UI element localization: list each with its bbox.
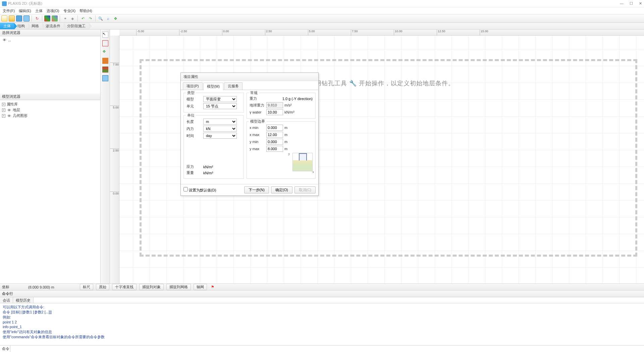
materials2-icon[interactable]	[52, 15, 58, 21]
command-output: 可以用以下方式调用命令: 命令 [目标] [参数1 [参数2 [...]]] 例…	[0, 303, 644, 345]
drawing-toolbar: ↖ ✥	[101, 30, 110, 283]
cmd-tab-history[interactable]: 模型历史	[13, 297, 34, 303]
gamma-water-input[interactable]	[266, 109, 283, 115]
undo-icon[interactable]: ↶	[80, 15, 86, 21]
btn-snap-obj[interactable]: 捕捉到对象	[139, 284, 164, 290]
model-explorer-title: 模型浏览器	[0, 93, 100, 100]
tab-flow[interactable]: 渗流条件	[42, 23, 64, 29]
btn-ruler[interactable]: 标尺	[80, 284, 93, 290]
flag-icon[interactable]: ⚑	[211, 285, 214, 289]
cmd-tab-session[interactable]: 会话	[0, 297, 13, 303]
time-select[interactable]: day	[203, 133, 237, 139]
table-icon[interactable]	[102, 75, 108, 81]
boundary-preview	[292, 153, 313, 171]
element-select[interactable]: 15 节点	[203, 103, 237, 109]
command-panel-title: 命令行	[0, 291, 644, 297]
move-icon[interactable]: ✥	[102, 49, 108, 55]
menubar: 文件(F) 编辑(E) 土体 选项(O) 专业(X) 帮助(H)	[0, 7, 644, 14]
app-icon	[2, 1, 7, 6]
tree-item-attributes[interactable]: +属性库	[2, 101, 98, 107]
tab-staged[interactable]: 分阶段施工	[64, 23, 89, 29]
dlg-tab-project[interactable]: 项目(P)	[183, 82, 203, 90]
menu-expert[interactable]: 专业(X)	[63, 8, 76, 13]
ok-button[interactable]: 确定(O)	[271, 186, 292, 193]
set-default-checkbox[interactable]: 设置为默认值(D)	[183, 187, 216, 193]
open-icon[interactable]	[9, 15, 15, 21]
length-select[interactable]: m	[203, 119, 237, 125]
save-icon[interactable]	[16, 15, 22, 21]
btn-crosshair[interactable]: 十字准直线	[112, 284, 137, 290]
layer-icon[interactable]	[102, 67, 108, 73]
ymax-input[interactable]	[266, 146, 283, 152]
save-as-icon[interactable]	[23, 15, 30, 21]
menu-options[interactable]: 选项(O)	[47, 8, 59, 13]
menu-file[interactable]: 文件(F)	[3, 8, 15, 13]
selection-item[interactable]: 👁 ...	[2, 38, 98, 42]
next-button[interactable]: 下一步(N)	[244, 186, 269, 193]
earth-gravity-input	[266, 102, 283, 108]
model-select[interactable]: 平面应变	[203, 96, 237, 102]
tag-icon[interactable]: ◈	[69, 15, 75, 21]
menu-edit[interactable]: 编辑(E)	[19, 8, 31, 13]
coord-label: 坐标	[2, 284, 9, 290]
new-icon[interactable]	[1, 15, 7, 21]
ruler-vertical: 7.50 5.00 2.50 0.00	[110, 36, 119, 283]
btn-snap-grid[interactable]: 捕捉到网格	[166, 284, 191, 290]
mode-tabs: 土体 结构 网格 渗流条件 分阶段施工	[0, 23, 644, 30]
command-input[interactable]	[10, 346, 644, 352]
menu-help[interactable]: 帮助(H)	[79, 8, 92, 13]
statusbar: 坐标 (8.000 9.000) m 标尺 原始 十字准直线 捕捉到对象 捕捉到…	[0, 283, 644, 290]
tree-item-stratigraphy[interactable]: +👁地层	[2, 107, 98, 113]
btn-original[interactable]: 原始	[96, 284, 109, 290]
xmax-input[interactable]	[266, 132, 283, 138]
visibility-icon[interactable]: 👁	[2, 38, 7, 42]
redo-icon[interactable]: ↷	[87, 15, 93, 21]
refresh-icon[interactable]: ↻	[34, 15, 40, 21]
rect-select-icon[interactable]	[102, 40, 108, 46]
xmin-input[interactable]	[266, 125, 283, 131]
window-title: PLAXIS 2D: (无标题)	[8, 1, 42, 6]
minimize-button[interactable]: —	[620, 1, 624, 6]
command-input-label: 命令	[0, 346, 10, 351]
close-button[interactable]: ✕	[639, 1, 642, 6]
menu-soil[interactable]: 土体	[35, 8, 43, 13]
btn-grid[interactable]: 轴网	[194, 284, 207, 290]
zoom-fit-icon[interactable]: ⌕	[105, 15, 111, 21]
main-toolbar: ↻ ⚭ ◈ ↶ ↷ 🔍 ⌕ ✥	[0, 14, 644, 23]
cancel-button[interactable]: 取消(C)	[294, 186, 316, 193]
pan-icon[interactable]: ✥	[112, 15, 118, 21]
ruler-horizontal: -5.00 -2.50 0.00 2.50 5.00 7.50 10.00 12…	[119, 30, 644, 36]
ymin-input[interactable]	[266, 139, 283, 145]
coord-value: (8.000 9.000) m	[28, 285, 54, 289]
dialog-title: 项目属性	[181, 73, 318, 81]
titlebar: PLAXIS 2D: (无标题) — ☐ ✕	[0, 0, 644, 7]
tree-item-geometry[interactable]: +👁几何图形	[2, 113, 98, 119]
tab-soil[interactable]: 土体	[0, 23, 14, 29]
dlg-tab-model[interactable]: 模型(M)	[203, 83, 224, 90]
borehole-icon[interactable]	[102, 58, 108, 64]
dlg-tab-cloud[interactable]: 云服务	[224, 82, 243, 90]
select-icon[interactable]: ↖	[102, 32, 108, 38]
zoom-in-icon[interactable]: 🔍	[98, 15, 104, 21]
maximize-button[interactable]: ☐	[630, 1, 633, 6]
link-icon[interactable]: ⚭	[62, 15, 68, 21]
force-select[interactable]: kN	[203, 126, 237, 132]
materials-icon[interactable]	[44, 15, 50, 21]
selection-explorer-title: 选择浏览器	[0, 30, 100, 36]
project-properties-dialog: 项目属性 项目(P) 模型(M) 云服务 类型 模型平面应变 单元15 节点 单…	[180, 73, 319, 196]
